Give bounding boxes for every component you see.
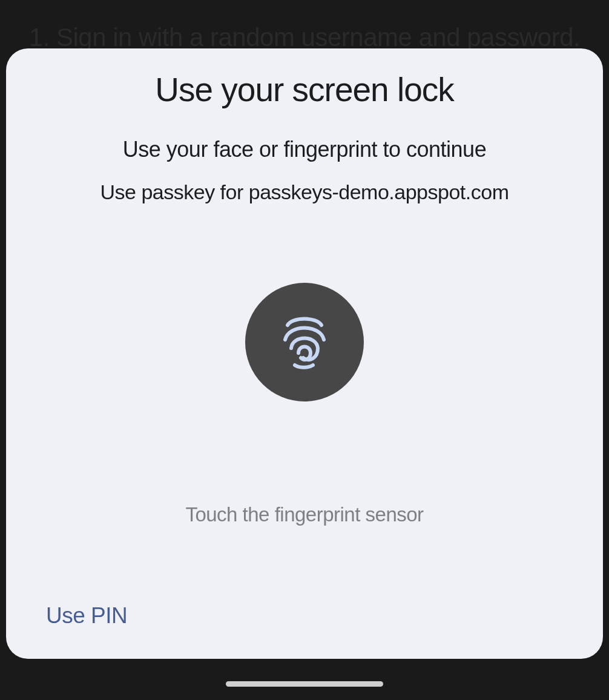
dialog-title: Use your screen lock [155, 70, 454, 109]
background-instruction-text: 1. Sign in with a random username and pa… [0, 23, 609, 52]
biometric-dialog: Use your screen lock Use your face or fi… [6, 48, 603, 659]
dialog-passkey-domain: Use passkey for passkeys-demo.appspot.co… [100, 180, 509, 204]
fingerprint-sensor-button[interactable] [245, 283, 364, 401]
navigation-handle[interactable] [226, 681, 383, 687]
dialog-subtitle: Use your face or fingerprint to continue [123, 137, 486, 162]
fingerprint-icon [280, 311, 329, 374]
fingerprint-hint-text: Touch the fingerprint sensor [185, 503, 423, 526]
use-pin-button[interactable]: Use PIN [46, 603, 127, 629]
